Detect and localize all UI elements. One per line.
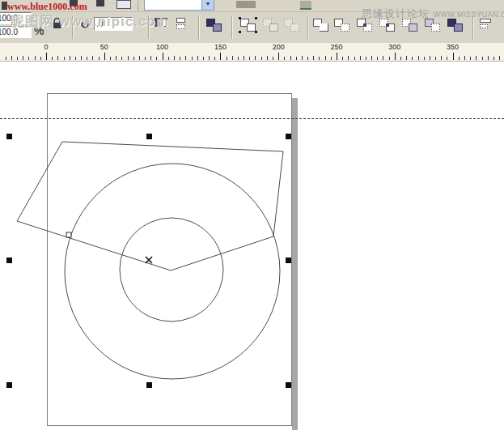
ruler-tick <box>209 56 210 60</box>
ruler-tick <box>406 56 407 60</box>
ruler-tick <box>17 57 18 60</box>
ruler-tick <box>75 57 76 60</box>
ruler-tick <box>488 56 489 60</box>
ruler-label: 250 <box>330 43 342 51</box>
ruler-tick <box>267 56 268 60</box>
ruler-label: 300 <box>388 43 400 51</box>
toolbar-separator <box>231 16 233 39</box>
ruler-tick <box>70 56 70 60</box>
ruler-tick <box>23 56 23 60</box>
ruler-tick <box>261 57 262 60</box>
selection-handle[interactable] <box>146 382 152 388</box>
ruler-tick <box>255 56 256 60</box>
watermark-missyuan-name: 思缘设计论坛 <box>362 7 430 19</box>
ruler-tick <box>46 53 47 60</box>
ruler-tick <box>342 57 343 60</box>
ruler-tick <box>11 56 12 60</box>
weld-icon[interactable] <box>312 18 330 33</box>
ruler-tick <box>290 56 291 60</box>
ruler-tick <box>180 57 180 60</box>
drawing-shapes[interactable] <box>0 62 504 430</box>
ruler-tick <box>81 56 82 60</box>
selection-handle[interactable] <box>286 382 291 388</box>
ruler-tick <box>331 57 332 60</box>
ruler-tick <box>52 57 53 60</box>
ruler-tick <box>133 57 134 60</box>
ruler-tick <box>57 56 58 60</box>
toolbar-separator <box>138 1 138 11</box>
ruler-tick <box>203 57 204 60</box>
ruler-tick <box>110 57 111 60</box>
group-icon[interactable] <box>239 18 257 33</box>
ruler-tick <box>389 57 390 60</box>
ruler-tick <box>28 57 29 60</box>
ruler-tick <box>40 57 41 60</box>
selection-handle[interactable] <box>286 258 291 263</box>
chevron-down-icon[interactable]: ▼ <box>201 0 214 10</box>
polygon-shape[interactable] <box>17 142 283 270</box>
ruler-tick <box>464 56 465 60</box>
ruler-tick <box>383 56 383 60</box>
snap-menu-partial[interactable] <box>236 1 256 8</box>
ruler-tick <box>156 57 157 60</box>
ruler-tick <box>366 57 366 60</box>
ruler-tick <box>6 57 6 60</box>
circle-shape[interactable] <box>120 218 223 321</box>
watermark-blue1000: www.blue1000.com <box>7 1 87 13</box>
ruler-tick <box>220 53 221 60</box>
ruler-tick <box>116 56 116 60</box>
coreldraw-window: www.blue1000.com 昵图网 www.nipic.com 思缘设计论… <box>0 0 504 430</box>
import-icon[interactable] <box>116 0 131 9</box>
ruler-tick <box>99 57 100 60</box>
pen-icon-partial[interactable] <box>300 1 311 10</box>
combine-icon[interactable] <box>205 18 223 33</box>
ruler-tick <box>459 57 460 60</box>
ruler-tick <box>499 56 500 60</box>
ruler-tick <box>418 56 419 60</box>
ruler-tick <box>482 57 483 60</box>
mirror-vertical-icon[interactable] <box>173 17 191 32</box>
ruler-label: 0 <box>44 43 48 51</box>
ruler-tick <box>371 56 372 60</box>
selection-handle[interactable] <box>6 258 12 263</box>
ruler-tick <box>400 57 401 60</box>
ruler-tick <box>64 57 65 60</box>
ungroup-all-icon[interactable] <box>283 18 301 33</box>
toolbar-separator <box>198 16 200 39</box>
ruler-tick <box>139 56 140 60</box>
tool-icon-partial[interactable] <box>2 2 7 10</box>
ruler-tick <box>377 57 378 60</box>
ruler-tick <box>87 57 87 60</box>
selection-handle[interactable] <box>6 134 12 139</box>
canvas-area[interactable] <box>0 62 504 430</box>
horizontal-ruler[interactable]: 050100150200250300350 <box>0 43 504 62</box>
selection-handle[interactable] <box>146 134 152 139</box>
ruler-tick <box>121 57 122 60</box>
ruler-tick <box>232 56 233 60</box>
ruler-tick <box>284 57 285 60</box>
circle-shape[interactable] <box>65 164 280 379</box>
zoom-level-combo[interactable]: ▼ <box>144 0 214 11</box>
ruler-tick <box>227 57 227 60</box>
trim-icon[interactable] <box>333 18 351 33</box>
selection-handle[interactable] <box>286 134 291 139</box>
ruler-tick <box>424 57 425 60</box>
ruler-tick <box>453 53 454 60</box>
ruler-tick <box>307 57 308 60</box>
ruler-tick <box>493 57 494 60</box>
ruler-tick <box>163 53 163 60</box>
ruler-tick <box>441 56 442 60</box>
selection-handle[interactable] <box>6 382 12 388</box>
ruler-tick <box>214 57 215 60</box>
ruler-label: 100 <box>156 43 168 51</box>
ungroup-icon[interactable] <box>262 18 280 33</box>
print-icon[interactable] <box>96 0 104 6</box>
watermark-missyuan: 思缘设计论坛 WWW.MISSYUAN.COM <box>362 6 504 21</box>
curve-node-marker[interactable] <box>66 232 71 237</box>
ruler-tick <box>174 56 175 60</box>
ruler-tick <box>104 53 105 60</box>
ruler-tick <box>447 57 447 60</box>
ruler-tick <box>360 56 361 60</box>
ruler-label: 200 <box>273 43 285 51</box>
ruler-tick <box>470 57 471 60</box>
